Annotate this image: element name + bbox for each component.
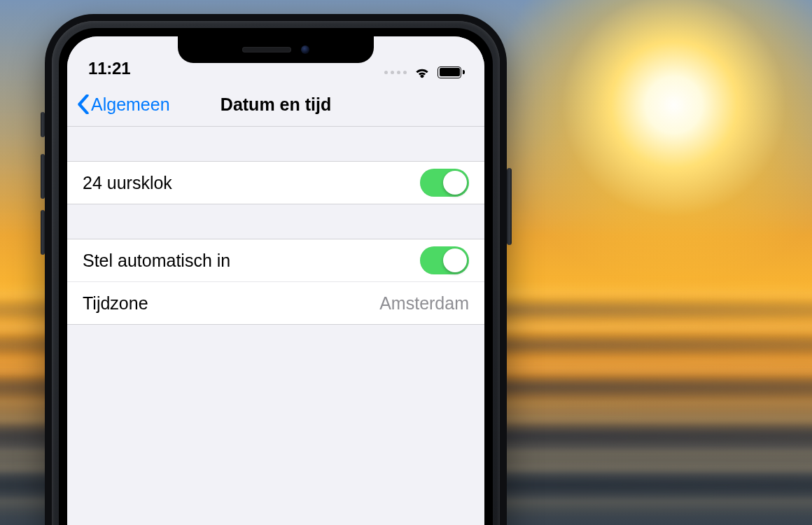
page-title: Datum en tijd (220, 94, 331, 115)
speaker-grille (242, 47, 291, 52)
iphone-device: 11:21 (45, 14, 507, 525)
front-camera (301, 46, 309, 54)
back-button-label: Algemeen (91, 94, 170, 115)
toggle-set-automatically[interactable] (420, 246, 469, 274)
volume-up-button (41, 154, 45, 199)
row-label: 24 uursklok (83, 173, 172, 193)
navigation-bar: Algemeen Datum en tijd (67, 83, 484, 127)
group-auto-time: Stel automatisch in Tijdzone Amsterdam (67, 239, 484, 325)
mute-switch (41, 112, 45, 137)
notch (178, 36, 374, 63)
row-24h-clock: 24 uursklok (67, 162, 484, 204)
timezone-value: Amsterdam (379, 293, 469, 314)
row-label: Stel automatisch in (83, 251, 230, 271)
row-set-automatically: Stel automatisch in (67, 239, 484, 281)
row-label: Tijdzone (83, 293, 148, 314)
volume-down-button (41, 210, 45, 255)
statusbar-time: 11:21 (88, 59, 130, 78)
group-clock: 24 uursklok (67, 161, 484, 204)
row-timezone[interactable]: Tijdzone Amsterdam (67, 281, 484, 324)
toggle-24h-clock[interactable] (420, 169, 469, 197)
power-button (507, 168, 512, 245)
cellular-signal-icon (384, 71, 407, 74)
chevron-left-icon (77, 94, 90, 114)
wifi-icon (414, 66, 430, 78)
battery-icon (438, 66, 465, 78)
screen: 11:21 (67, 36, 484, 525)
settings-list: 24 uursklok Stel automatisch in Tijdzone (67, 127, 484, 325)
back-button[interactable]: Algemeen (77, 94, 170, 115)
